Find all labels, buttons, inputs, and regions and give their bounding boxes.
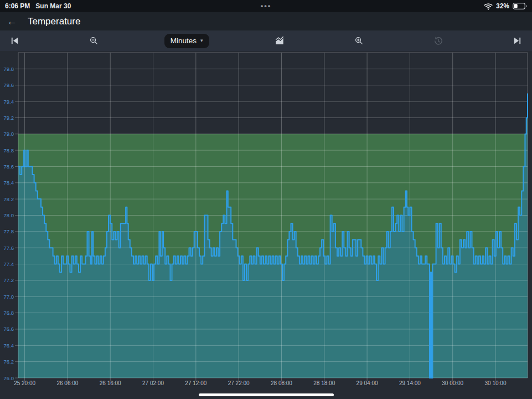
y-tick-label: 78.4 xyxy=(4,180,14,186)
y-tick-label: 76.4 xyxy=(4,342,14,349)
temperature-chart[interactable]: 76.076.276.476.676.877.077.277.477.677.8… xyxy=(0,51,532,399)
y-tick-label: 77.0 xyxy=(4,294,14,300)
x-tick-label: 25 20:00 xyxy=(14,380,35,386)
back-arrow-icon[interactable]: ← xyxy=(7,16,22,27)
status-bar: 6:06 PM Sun Mar 30 ••• 32% xyxy=(0,0,532,12)
y-tick-label: 78.6 xyxy=(4,163,14,170)
y-tick-label: 76.2 xyxy=(4,359,14,365)
x-tick-label: 30 00:00 xyxy=(442,380,463,386)
x-tick-label: 29 14:00 xyxy=(399,380,421,386)
wifi-icon xyxy=(484,3,493,10)
y-tick-label: 79.2 xyxy=(4,115,14,121)
chart-toolbar: Minutes ▾ xyxy=(0,30,532,51)
y-tick-label: 77.6 xyxy=(4,245,14,251)
y-tick-label: 78.2 xyxy=(4,196,14,202)
interval-dropdown[interactable]: Minutes ▾ xyxy=(164,34,209,48)
x-tick-label: 29 04:00 xyxy=(357,380,378,386)
y-tick-label: 77.4 xyxy=(4,261,14,267)
battery-icon xyxy=(513,3,527,9)
x-tick-label: 28 08:00 xyxy=(271,380,292,386)
zoom-in-icon[interactable] xyxy=(350,33,368,49)
x-tick-label: 28 18:00 xyxy=(313,380,335,386)
y-tick-label: 76.0 xyxy=(4,375,14,381)
y-tick-label: 79.0 xyxy=(4,131,14,137)
multitasking-dots[interactable]: ••• xyxy=(261,2,272,10)
x-tick-label: 27 12:00 xyxy=(185,380,206,386)
clock-date: Sun Mar 30 xyxy=(35,2,71,10)
status-left: 6:06 PM Sun Mar 30 xyxy=(5,2,71,10)
y-tick-label: 76.6 xyxy=(4,326,14,332)
interval-label: Minutes xyxy=(171,37,197,45)
page-title: Temperature xyxy=(28,16,80,27)
y-tick-label: 79.4 xyxy=(4,99,14,105)
history-icon[interactable] xyxy=(430,33,447,49)
y-tick-label: 76.8 xyxy=(4,310,14,316)
zoom-out-icon[interactable] xyxy=(85,33,102,49)
x-axis-labels: 25 20:0026 06:0026 16:0027 02:0027 12:00… xyxy=(14,380,507,386)
y-tick-label: 79.6 xyxy=(4,82,14,88)
nav-bar: ← Temperature xyxy=(0,12,532,30)
y-tick-label: 79.8 xyxy=(4,66,14,72)
battery-percent: 32% xyxy=(496,2,509,10)
y-tick-label: 78.0 xyxy=(4,212,14,218)
y-tick-label: 77.2 xyxy=(4,277,14,283)
skip-to-end-button[interactable] xyxy=(509,33,526,49)
x-tick-label: 27 22:00 xyxy=(228,380,250,386)
status-right: 32% xyxy=(484,2,527,10)
x-tick-label: 26 16:00 xyxy=(100,380,121,386)
x-tick-label: 30 10:00 xyxy=(485,380,507,386)
clock-time: 6:06 PM xyxy=(5,2,30,10)
y-tick-label: 77.8 xyxy=(4,228,14,234)
chevron-down-icon: ▾ xyxy=(200,38,203,43)
chart-type-icon[interactable] xyxy=(271,33,288,49)
x-tick-label: 27 02:00 xyxy=(142,380,164,386)
skip-to-start-button[interactable] xyxy=(6,33,23,49)
home-indicator[interactable] xyxy=(199,393,334,396)
chart-canvas[interactable]: 76.076.276.476.676.877.077.277.477.677.8… xyxy=(0,51,532,399)
y-tick-label: 78.8 xyxy=(4,147,14,154)
x-tick-label: 26 06:00 xyxy=(56,380,78,386)
y-axis-labels: 76.076.276.476.676.877.077.277.477.677.8… xyxy=(4,66,14,381)
